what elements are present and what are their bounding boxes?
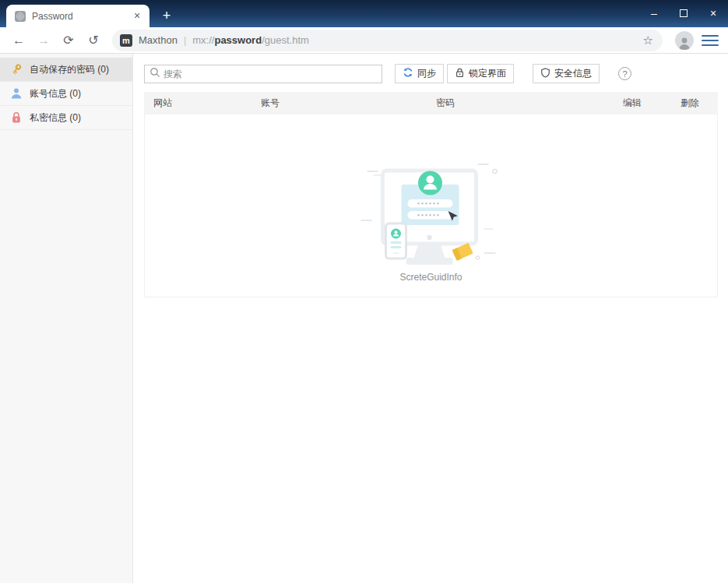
sync-button-label: 同步 bbox=[417, 67, 436, 80]
forward-icon[interactable]: → bbox=[33, 30, 55, 51]
table-header-row: 网站 账号 密码 编辑 删除 bbox=[144, 92, 718, 114]
table-body-empty: ScreteGuidInfo bbox=[144, 114, 718, 297]
key-icon bbox=[10, 63, 23, 76]
window-controls: – × bbox=[639, 0, 728, 27]
column-header-delete: 删除 bbox=[681, 97, 718, 110]
main-content: 同步 锁定界面 安全信息 bbox=[133, 54, 728, 583]
sync-icon bbox=[403, 67, 413, 80]
address-separator: | bbox=[184, 34, 186, 46]
profile-avatar[interactable] bbox=[675, 31, 694, 50]
column-header-site: 网站 bbox=[144, 97, 261, 110]
url-path: /guest.htm bbox=[262, 34, 309, 46]
maximize-icon bbox=[680, 9, 688, 17]
address-brand: Maxthon bbox=[139, 34, 178, 46]
sidebar-item-label: 私密信息 (0) bbox=[30, 111, 81, 125]
address-url: mx://password/guest.htm bbox=[192, 34, 635, 46]
sync-button[interactable]: 同步 bbox=[395, 64, 444, 83]
column-header-edit: 编辑 bbox=[623, 97, 681, 110]
empty-state: ScreteGuidInfo bbox=[359, 152, 503, 283]
padlock-icon bbox=[455, 68, 465, 80]
search-box bbox=[144, 65, 382, 83]
search-icon bbox=[149, 67, 160, 81]
sidebar-item-autosaved-passwords[interactable]: 自动保存的密码 (0) bbox=[0, 58, 132, 82]
maxthon-logo-icon: m bbox=[120, 34, 132, 47]
new-tab-button[interactable]: + bbox=[157, 6, 177, 25]
column-header-password: 密码 bbox=[436, 97, 623, 110]
menu-hamburger-icon[interactable] bbox=[702, 32, 719, 49]
sidebar-item-private-info[interactable]: 私密信息 (0) bbox=[0, 106, 132, 130]
lock-screen-button-label: 锁定界面 bbox=[469, 67, 506, 80]
address-bar[interactable]: m Maxthon | mx://password/guest.htm ☆ bbox=[112, 30, 663, 51]
browser-toolbar: ← → ⟳ ↺ m Maxthon | mx://password/guest.… bbox=[0, 27, 728, 54]
url-scheme: mx:// bbox=[192, 34, 214, 46]
sidebar-item-account-info[interactable]: 账号信息 (0) bbox=[0, 82, 132, 106]
sidebar-item-label: 账号信息 (0) bbox=[30, 87, 81, 100]
minimize-button[interactable]: – bbox=[639, 0, 669, 26]
lock-icon bbox=[10, 111, 23, 124]
close-window-button[interactable]: × bbox=[698, 0, 728, 26]
maximize-button[interactable] bbox=[669, 0, 698, 26]
search-input[interactable] bbox=[164, 69, 377, 79]
sidebar: 自动保存的密码 (0) 账号信息 (0) 私密信息 (0) bbox=[0, 54, 133, 583]
bookmark-star-icon[interactable]: ☆ bbox=[642, 33, 655, 47]
help-icon[interactable]: ? bbox=[618, 67, 631, 80]
security-info-button-label: 安全信息 bbox=[554, 67, 592, 80]
column-header-account: 账号 bbox=[261, 97, 436, 110]
titlebar: Password × + – × bbox=[0, 0, 728, 27]
password-manager-app: 自动保存的密码 (0) 账号信息 (0) 私密信息 (0) bbox=[0, 54, 728, 583]
tab-close-icon[interactable]: × bbox=[131, 10, 143, 23]
back-icon[interactable]: ← bbox=[8, 30, 30, 51]
user-icon bbox=[10, 87, 23, 100]
tab-favicon-icon bbox=[14, 10, 26, 23]
security-info-button[interactable]: 安全信息 bbox=[533, 64, 600, 83]
url-host: password bbox=[214, 34, 262, 46]
lock-screen-button[interactable]: 锁定界面 bbox=[447, 64, 514, 83]
empty-state-caption: ScreteGuidInfo bbox=[399, 272, 462, 283]
sidebar-item-label: 自动保存的密码 (0) bbox=[30, 63, 109, 76]
controls-row: 同步 锁定界面 安全信息 bbox=[144, 64, 718, 83]
reload-icon[interactable]: ⟳ bbox=[58, 30, 79, 51]
undo-icon[interactable]: ↺ bbox=[83, 30, 104, 51]
browser-tab[interactable]: Password × bbox=[6, 5, 149, 27]
shield-icon bbox=[540, 68, 550, 80]
empty-state-illustration bbox=[359, 152, 503, 269]
tab-title: Password bbox=[32, 11, 125, 22]
